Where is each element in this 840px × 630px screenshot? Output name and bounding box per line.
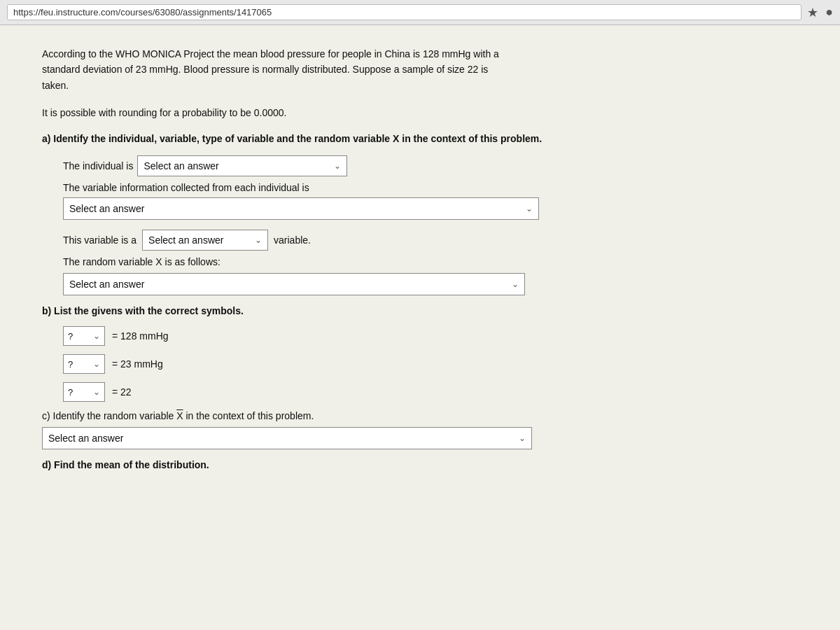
individual-chevron-icon: ⌄	[334, 161, 341, 171]
part-c-x-symbol: X	[176, 410, 183, 421]
intro-line3: taken.	[42, 80, 69, 91]
note-text: It is possible with rounding for a proba…	[42, 106, 798, 120]
given2-symbol-select[interactable]: ? ⌄	[63, 354, 105, 374]
part-c-chevron-icon: ⌄	[519, 433, 526, 443]
variable-info-select[interactable]: Select an answer ⌄	[63, 197, 539, 220]
intro-line1: According to the WHO MONICA Project the …	[42, 48, 499, 59]
variable-info-select-value: Select an answer	[69, 203, 144, 214]
given1-chevron-icon: ⌄	[93, 331, 100, 341]
given2-value: = 23 mmHg	[112, 358, 163, 370]
variable-type-row: This variable is a Select an answer ⌄ va…	[63, 230, 798, 251]
individual-select[interactable]: Select an answer ⌄	[137, 155, 347, 176]
intro-line2: standard deviation of 23 mmHg. Blood pre…	[42, 64, 488, 75]
given2-row: ? ⌄ = 23 mmHg	[63, 354, 798, 374]
given1-value: = 128 mmHg	[112, 330, 169, 342]
random-var-select-value: Select an answer	[69, 279, 144, 290]
variable-info-label: The variable information collected from …	[63, 182, 798, 193]
given3-chevron-icon: ⌄	[93, 387, 100, 397]
random-var-select[interactable]: Select an answer ⌄	[63, 273, 525, 295]
given3-value: = 22	[112, 386, 132, 398]
browser-icons: ★ ●	[807, 5, 833, 20]
given1-row: ? ⌄ = 128 mmHg	[63, 326, 798, 346]
part-c-suffix: in the context of this problem.	[186, 410, 314, 421]
variable-info-chevron-icon: ⌄	[526, 204, 533, 214]
part-c-text: c) Identify the random variable	[42, 410, 174, 421]
intro-paragraph: According to the WHO MONICA Project the …	[42, 46, 798, 93]
variable-type-chevron-icon: ⌄	[255, 235, 262, 245]
variable-type-suffix: variable.	[274, 234, 311, 246]
random-var-section: The random variable X is as follows: Sel…	[63, 256, 798, 295]
given2-symbol-value: ?	[68, 359, 73, 370]
given1-symbol-value: ?	[68, 331, 73, 342]
part-a-label: a) Identify the individual, variable, ty…	[42, 133, 798, 144]
individual-select-value: Select an answer	[144, 160, 218, 172]
content-area: According to the WHO MONICA Project the …	[0, 25, 840, 630]
url-bar[interactable]: https://feu.instructure.com/courses/6308…	[7, 4, 802, 20]
variable-type-select[interactable]: Select an answer ⌄	[142, 230, 268, 251]
part-b-label: b) List the givens with the correct symb…	[42, 305, 798, 316]
part-c-select[interactable]: Select an answer ⌄	[42, 427, 532, 449]
part-d-label: d) Find the mean of the distribution.	[42, 459, 798, 470]
variable-info-section: The variable information collected from …	[63, 182, 798, 220]
individual-label: The individual is	[63, 160, 133, 172]
part-c-select-value: Select an answer	[48, 433, 123, 444]
variable-type-prefix: This variable is a	[63, 234, 136, 246]
given3-symbol-value: ?	[68, 387, 73, 398]
browser-bar: https://feu.instructure.com/courses/6308…	[0, 0, 840, 25]
given1-symbol-select[interactable]: ? ⌄	[63, 326, 105, 346]
star-icon[interactable]: ★	[807, 5, 818, 20]
part-c-label: c) Identify the random variable X in the…	[42, 410, 798, 421]
given3-symbol-select[interactable]: ? ⌄	[63, 382, 105, 402]
random-var-label: The random variable X is as follows:	[63, 256, 798, 267]
user-icon: ●	[825, 5, 833, 20]
variable-type-select-value: Select an answer	[148, 234, 223, 246]
random-var-chevron-icon: ⌄	[512, 279, 519, 289]
given2-chevron-icon: ⌄	[93, 359, 100, 369]
part-c-section: c) Identify the random variable X in the…	[42, 410, 798, 449]
individual-row: The individual is Select an answer ⌄	[63, 155, 798, 176]
given3-row: ? ⌄ = 22	[63, 382, 798, 402]
